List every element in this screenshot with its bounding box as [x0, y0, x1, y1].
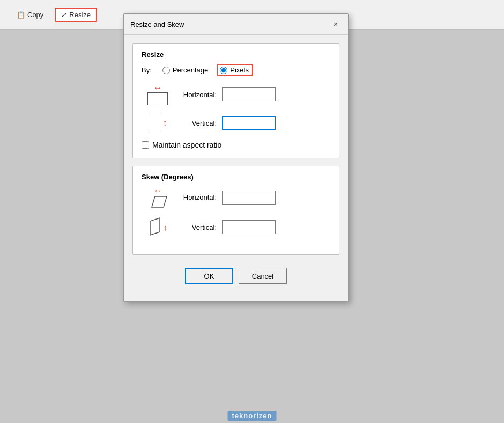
horizontal-arrow-icon: ↔ — [153, 84, 162, 92]
vertical-arrow-icon: ↕ — [163, 118, 167, 128]
skew-vertical-input[interactable]: 0 — [222, 220, 276, 234]
pixels-option[interactable]: Pixels — [217, 64, 253, 76]
copy-label: Copy — [27, 11, 43, 19]
tall-rect-icon — [149, 113, 161, 133]
skew-horiz-arrow-icon: ↔ — [154, 186, 162, 194]
maintain-aspect-checkbox[interactable] — [142, 141, 149, 149]
resize-section: Resize By: Percentage Pixels ↔ — [132, 43, 339, 158]
cancel-button[interactable]: Cancel — [239, 268, 287, 284]
resize-skew-dialog: Resize and Skew × Resize By: Percentage … — [123, 13, 349, 302]
vertical-resize-row: ↕ Vertical: 315 — [142, 113, 330, 133]
maintain-aspect-label: Maintain aspect ratio — [152, 141, 221, 149]
resize-icon: ⤢ — [61, 11, 67, 19]
close-button[interactable]: × — [330, 18, 342, 30]
percentage-option[interactable]: Percentage — [162, 66, 209, 74]
skew-vertical-label: Vertical: — [174, 223, 222, 231]
vertical-resize-icon-area: ↕ — [142, 113, 174, 133]
dialog-title-bar: Resize and Skew × — [124, 14, 348, 35]
vertical-input[interactable]: 315 — [222, 116, 276, 130]
horizontal-resize-icon-area: ↔ — [142, 84, 174, 105]
skew-section-title: Skew (Degrees) — [142, 173, 330, 181]
dialog-title: Resize and Skew — [130, 20, 184, 28]
skew-vert-arrow-icon: ↕ — [164, 223, 168, 232]
percentage-label: Percentage — [173, 66, 209, 74]
skew-section: Skew (Degrees) ↔ Horizontal: 0 — [132, 166, 339, 255]
wide-rect-icon — [147, 92, 168, 105]
resize-by-row: By: Percentage Pixels — [142, 64, 330, 76]
skew-vert-shape-icon — [148, 216, 162, 238]
copy-button[interactable]: 📋 Copy — [11, 8, 49, 21]
skew-horizontal-icon-area: ↔ — [142, 186, 174, 208]
pixels-radio[interactable] — [220, 67, 227, 74]
skew-horizontal-row: ↔ Horizontal: 0 — [142, 186, 330, 208]
skew-horizontal-input[interactable]: 0 — [222, 191, 276, 205]
percentage-radio[interactable] — [162, 67, 170, 74]
vertical-label: Vertical: — [174, 119, 222, 127]
skew-vertical-row: ↕ Vertical: 0 — [142, 216, 330, 238]
pixels-label: Pixels — [230, 66, 249, 74]
resize-label: Resize — [69, 11, 91, 19]
horizontal-input[interactable]: 851 — [222, 87, 276, 101]
by-label: By: — [142, 66, 152, 74]
svg-marker-1 — [150, 218, 160, 235]
svg-marker-0 — [152, 196, 167, 207]
skew-horiz-shape-icon — [146, 194, 169, 208]
horizontal-resize-row: ↔ Horizontal: 851 — [142, 84, 330, 105]
copy-icon: 📋 — [17, 11, 25, 19]
horizontal-label: Horizontal: — [174, 91, 222, 99]
maintain-aspect-row: Maintain aspect ratio — [142, 141, 330, 149]
skew-vertical-icon-area: ↕ — [142, 216, 174, 238]
skew-horizontal-label: Horizontal: — [174, 193, 222, 201]
ok-button[interactable]: OK — [185, 268, 233, 284]
resize-section-title: Resize — [142, 50, 330, 59]
resize-button[interactable]: ⤢ Resize — [55, 8, 97, 22]
dialog-content: Resize By: Percentage Pixels ↔ — [124, 35, 348, 301]
dialog-footer: OK Cancel — [132, 262, 339, 293]
watermark: teknorizen — [227, 411, 276, 421]
